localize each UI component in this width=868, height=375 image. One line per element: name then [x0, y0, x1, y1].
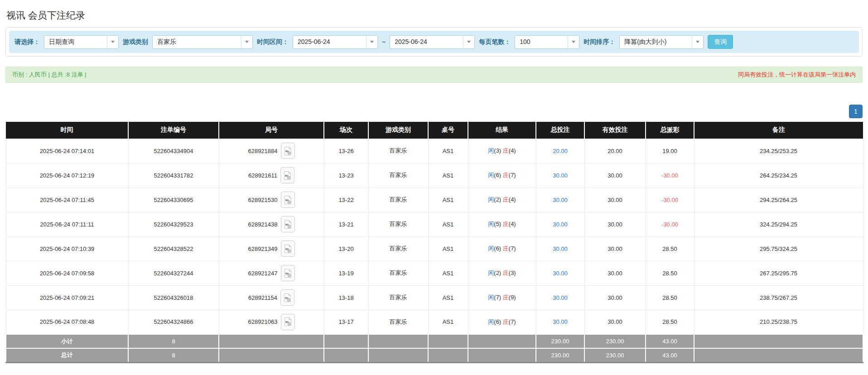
header-valid-bet: 有效投注 [584, 122, 646, 139]
total-bet-cell: 30.00 [536, 285, 584, 310]
filter-bar: 请选择： 日期查询 游戏类别 百家乐 时间区间： 2025-06-24 ~ 20… [9, 31, 859, 53]
round-id-value: 628921154 [248, 294, 277, 301]
header-result: 结果 [468, 122, 536, 139]
remark-cell: 234.25/253.25 [694, 139, 863, 163]
video-file-icon [284, 195, 292, 205]
page-size-label: 每页笔数： [479, 38, 511, 46]
query-mode-select[interactable]: 日期查询 [44, 35, 119, 49]
video-replay-button[interactable] [280, 167, 294, 183]
page-size-select[interactable]: 100 [515, 35, 579, 49]
game-type-value: 百家乐 [153, 36, 241, 48]
header-game-type: 游戏类别 [368, 122, 428, 139]
valid-bet-cell: 20.00 [584, 139, 646, 163]
chevron-down-icon[interactable] [241, 36, 252, 48]
round-id-cell: 628921530 [219, 188, 324, 212]
chevron-down-icon[interactable] [692, 36, 703, 48]
game-type-cell: 百家乐 [368, 285, 428, 310]
game-type-cell: 百家乐 [368, 236, 428, 261]
video-file-icon [284, 220, 292, 229]
date-to-select[interactable]: 2025-06-24 [390, 35, 475, 49]
select-mode-label: 请选择： [14, 38, 40, 46]
table-row: 2025-06-24 07:09:58 522604327244 6289212… [6, 261, 863, 285]
banker-result-label: 庄 [503, 172, 509, 178]
banker-result-value: (4) [509, 147, 516, 154]
page-1-button[interactable]: 1 [849, 105, 863, 118]
total-bet-link[interactable]: 30.00 [553, 318, 568, 325]
banker-result-value: (4) [509, 196, 516, 203]
table-no-cell: AS1 [428, 310, 468, 334]
video-replay-button[interactable] [281, 314, 295, 330]
remark-cell: 210.25/238.75 [694, 310, 863, 334]
total-bet-cell: 30.00 [536, 261, 584, 285]
result-cell: 闲(7) 庄(9) [468, 285, 536, 310]
banker-result-label: 庄 [503, 147, 509, 154]
player-result-value: (2) [494, 269, 501, 276]
video-file-icon [284, 317, 292, 327]
table-row: 2025-06-24 07:09:21 522604326018 6289211… [6, 285, 863, 310]
total-bet-link[interactable]: 30.00 [553, 172, 568, 179]
video-replay-button[interactable] [281, 240, 295, 257]
video-replay-button[interactable] [280, 289, 294, 306]
session-cell: 13-18 [324, 285, 368, 310]
game-type-cell: 百家乐 [368, 163, 428, 188]
total-bet-link[interactable]: 20.00 [553, 148, 568, 154]
subtotal-total-bet: 230.00 [536, 334, 584, 348]
total-bet-link[interactable]: 30.00 [553, 197, 568, 203]
payout-cell: 28.50 [646, 285, 694, 310]
time-cell: 2025-06-24 07:11:45 [6, 188, 128, 212]
time-cell: 2025-06-24 07:08:48 [6, 310, 128, 334]
player-result-value: (6) [494, 318, 501, 325]
video-replay-button[interactable] [281, 216, 295, 232]
round-id-value: 628921438 [248, 221, 277, 228]
total-bet-link[interactable]: 30.00 [553, 270, 568, 277]
bet-id-cell: 522604327244 [128, 261, 219, 285]
payout-value: 19.00 [662, 148, 677, 154]
time-cell: 2025-06-24 07:10:39 [6, 236, 128, 261]
total-bet-link[interactable]: 30.00 [553, 294, 568, 301]
player-result-value: (2) [494, 196, 501, 203]
valid-bet-cell: 30.00 [584, 285, 646, 310]
table-row: 2025-06-24 07:10:39 522604328522 6289213… [6, 236, 863, 261]
payout-cell: -30.00 [646, 163, 694, 188]
banker-result-label: 庄 [503, 196, 509, 203]
banker-result-value: (4) [509, 221, 516, 227]
time-sort-select[interactable]: 降冪(由大到小) [619, 35, 704, 49]
remark-cell: 264.25/234.25 [694, 163, 863, 188]
game-type-cell: 百家乐 [368, 261, 428, 285]
video-replay-button[interactable] [281, 192, 295, 208]
query-mode-value: 日期查询 [44, 36, 107, 48]
payout-value: -30.00 [661, 197, 678, 203]
date-range-separator: ~ [382, 38, 386, 46]
video-replay-button[interactable] [281, 265, 295, 281]
round-id-value: 628921530 [248, 197, 277, 203]
game-type-select[interactable]: 百家乐 [152, 35, 253, 49]
subtotal-count: 8 [128, 334, 219, 348]
player-result-label: 闲 [488, 147, 494, 154]
time-sort-label: 时间排序： [583, 38, 615, 46]
round-id-value: 628921349 [248, 245, 277, 252]
chevron-down-icon[interactable] [463, 36, 474, 48]
valid-bet-cell: 30.00 [584, 212, 646, 236]
filter-panel: 请选择： 日期查询 游戏类别 百家乐 时间区间： 2025-06-24 ~ 20… [5, 27, 863, 57]
total-bet-link[interactable]: 30.00 [553, 221, 568, 228]
chevron-down-icon[interactable] [568, 36, 579, 48]
video-replay-button[interactable] [281, 143, 295, 159]
chevron-down-icon[interactable] [366, 36, 377, 48]
player-result-value: (6) [494, 245, 501, 252]
bet-id-cell: 522604329523 [128, 212, 219, 236]
remark-cell: 324.25/294.25 [694, 212, 863, 236]
total-empty-cell [324, 348, 368, 362]
header-bet-id: 注单编号 [128, 122, 219, 139]
date-from-select[interactable]: 2025-06-24 [293, 35, 378, 49]
total-empty-cell [694, 348, 863, 362]
banker-result-label: 庄 [503, 318, 509, 325]
round-id-value: 628921884 [248, 148, 277, 154]
total-empty-cell [368, 348, 428, 362]
search-button[interactable]: 查询 [708, 35, 733, 49]
total-bet-link[interactable]: 30.00 [553, 245, 568, 252]
video-file-icon [284, 171, 291, 180]
header-total-bet: 总投注 [536, 122, 584, 139]
summary-currency-count: 币别 : 人民币 | 总共 :8 注单 | [12, 71, 87, 79]
chevron-down-icon[interactable] [107, 36, 118, 48]
remark-cell: 238.75/267.25 [694, 285, 863, 310]
